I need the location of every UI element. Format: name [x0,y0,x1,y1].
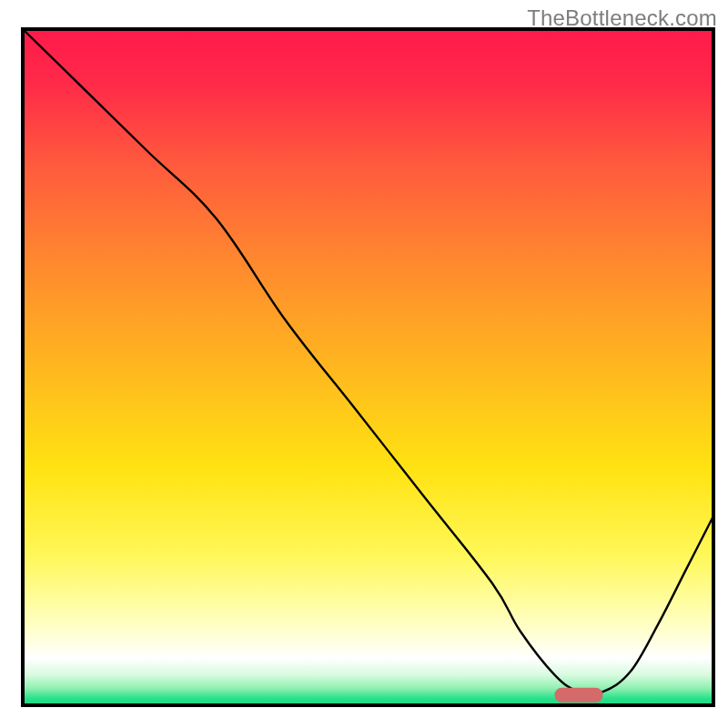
plot-area [23,29,713,705]
optimal-range-marker [554,688,602,703]
chart-container: TheBottleneck.com [0,0,728,728]
bottleneck-chart [0,0,728,728]
watermark-text: TheBottleneck.com [527,5,717,31]
